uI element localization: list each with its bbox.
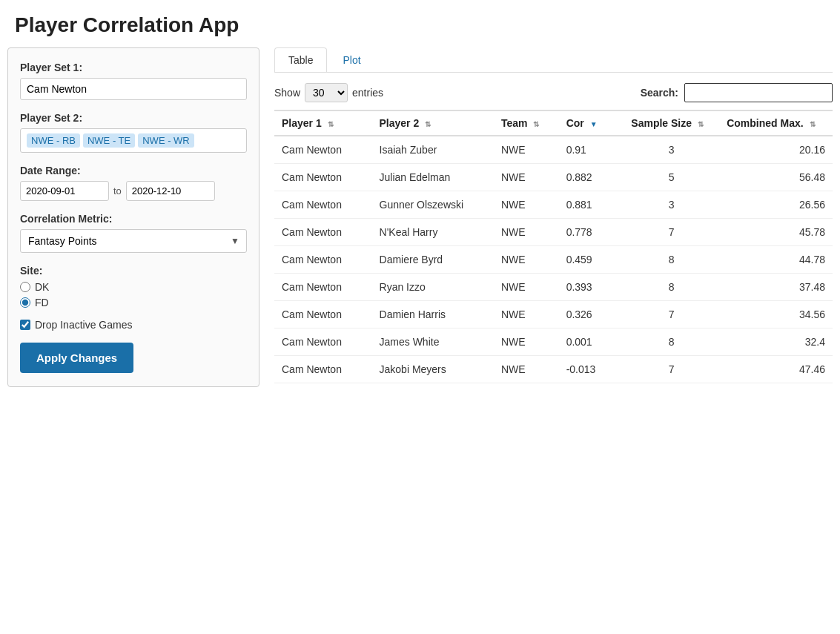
player-set1-input[interactable] — [20, 78, 247, 100]
cell-samplesize: 3 — [624, 191, 719, 219]
drop-inactive-label: Drop Inactive Games — [35, 319, 133, 331]
cell-player1: Cam Newton — [274, 356, 372, 383]
cell-cor: -0.013 — [559, 356, 624, 383]
sort-icon-player2: ⇅ — [425, 120, 431, 128]
site-fd-label: FD — [35, 297, 49, 308]
table-row: Cam Newton Isaiah Zuber NWE 0.91 3 20.16 — [274, 136, 833, 164]
cell-cor: 0.459 — [559, 246, 624, 274]
cell-samplesize: 5 — [624, 164, 719, 191]
date-range-row: to — [20, 181, 247, 201]
table-row: Cam Newton Damiere Byrd NWE 0.459 8 44.7… — [274, 246, 833, 274]
cell-combined: 45.78 — [719, 219, 833, 246]
cell-player1: Cam Newton — [274, 164, 372, 191]
sort-icon-cor: ▼ — [590, 120, 598, 128]
table-row: Cam Newton Jakobi Meyers NWE -0.013 7 47… — [274, 356, 833, 383]
table-header-row: Player 1 ⇅ Player 2 ⇅ Team ⇅ Cor ▼ Sampl… — [274, 110, 833, 136]
cell-combined: 44.78 — [719, 246, 833, 274]
tag-nwe-wr[interactable]: NWE - WR — [138, 133, 194, 148]
date-separator: to — [113, 185, 122, 197]
cell-player1: Cam Newton — [274, 274, 372, 301]
search-input[interactable] — [684, 83, 833, 102]
cell-samplesize: 7 — [624, 219, 719, 246]
cell-combined: 34.56 — [719, 301, 833, 328]
site-dk-label: DK — [35, 281, 49, 293]
tabs-bar: Table Plot — [274, 47, 833, 73]
cell-player2: Isaiah Zuber — [372, 136, 494, 164]
col-header-combined[interactable]: Combined Max. ⇅ — [719, 110, 833, 136]
cell-samplesize: 3 — [624, 136, 719, 164]
cell-player2: N'Keal Harry — [372, 219, 494, 246]
cell-samplesize: 7 — [624, 301, 719, 328]
player-set2-label: Player Set 2: — [20, 112, 247, 124]
table-row: Cam Newton Julian Edelman NWE 0.882 5 56… — [274, 164, 833, 191]
cell-cor: 0.882 — [559, 164, 624, 191]
cell-team: NWE — [494, 136, 559, 164]
table-row: Cam Newton Gunner Olszewski NWE 0.881 3 … — [274, 191, 833, 219]
col-header-player1[interactable]: Player 1 ⇅ — [274, 110, 372, 136]
correlation-metric-label: Correlation Metric: — [20, 213, 247, 225]
table-row: Cam Newton James White NWE 0.001 8 32.4 — [274, 328, 833, 356]
col-header-samplesize[interactable]: Sample Size ⇅ — [624, 110, 719, 136]
entries-select[interactable]: 10 25 30 50 100 — [305, 83, 348, 102]
correlation-metric-select[interactable]: Fantasy Points DK Points FD Points — [20, 229, 247, 253]
cell-player2: James White — [372, 328, 494, 356]
cell-combined: 37.48 — [719, 274, 833, 301]
left-panel: Player Set 1: Player Set 2: NWE - RB NWE… — [7, 47, 259, 387]
sort-icon-samplesize: ⇅ — [698, 120, 704, 128]
cell-cor: 0.001 — [559, 328, 624, 356]
col-header-cor[interactable]: Cor ▼ — [559, 110, 624, 136]
cell-team: NWE — [494, 328, 559, 356]
col-header-team[interactable]: Team ⇅ — [494, 110, 559, 136]
date-range-label: Date Range: — [20, 165, 247, 176]
sort-icon-team: ⇅ — [533, 120, 539, 128]
right-panel: Table Plot Show 10 25 30 50 100 entries … — [274, 47, 833, 387]
site-fd-row: FD — [20, 297, 247, 308]
cell-combined: 32.4 — [719, 328, 833, 356]
cell-player2: Damiere Byrd — [372, 246, 494, 274]
sort-icon-combined: ⇅ — [810, 120, 816, 128]
cell-cor: 0.326 — [559, 301, 624, 328]
player-set2-tags: NWE - RB NWE - TE NWE - WR — [20, 128, 247, 153]
cell-combined: 26.56 — [719, 191, 833, 219]
search-row: Search: — [641, 83, 833, 102]
cell-samplesize: 8 — [624, 274, 719, 301]
table-row: Cam Newton Ryan Izzo NWE 0.393 8 37.48 — [274, 274, 833, 301]
cell-player1: Cam Newton — [274, 328, 372, 356]
cell-player1: Cam Newton — [274, 301, 372, 328]
site-fd-radio[interactable] — [20, 297, 30, 308]
tag-nwe-rb[interactable]: NWE - RB — [27, 133, 80, 148]
date-to-input[interactable] — [126, 181, 215, 201]
sort-icon-player1: ⇅ — [328, 120, 334, 128]
site-dk-radio[interactable] — [20, 282, 30, 292]
cell-cor: 0.881 — [559, 191, 624, 219]
cell-samplesize: 8 — [624, 328, 719, 356]
cell-player1: Cam Newton — [274, 136, 372, 164]
page-title: Player Correlation App — [0, 0, 840, 47]
search-label: Search: — [641, 87, 678, 99]
cell-player2: Gunner Olszewski — [372, 191, 494, 219]
apply-changes-button[interactable]: Apply Changes — [20, 343, 133, 373]
cell-team: NWE — [494, 219, 559, 246]
cell-cor: 0.91 — [559, 136, 624, 164]
cell-team: NWE — [494, 356, 559, 383]
date-from-input[interactable] — [20, 181, 109, 201]
cell-samplesize: 7 — [624, 356, 719, 383]
drop-inactive-row: Drop Inactive Games — [20, 319, 247, 331]
cell-cor: 0.393 — [559, 274, 624, 301]
tab-plot[interactable]: Plot — [328, 47, 374, 72]
tag-nwe-te[interactable]: NWE - TE — [83, 133, 135, 148]
cell-combined: 20.16 — [719, 136, 833, 164]
cell-player2: Damien Harris — [372, 301, 494, 328]
drop-inactive-checkbox[interactable] — [20, 320, 30, 330]
table-controls: Show 10 25 30 50 100 entries Search: — [274, 83, 833, 102]
cell-player2: Ryan Izzo — [372, 274, 494, 301]
cell-player1: Cam Newton — [274, 246, 372, 274]
site-label: Site: — [20, 265, 247, 277]
player-set1-label: Player Set 1: — [20, 62, 247, 73]
tab-table[interactable]: Table — [274, 47, 327, 72]
col-header-player2[interactable]: Player 2 ⇅ — [372, 110, 494, 136]
cell-team: NWE — [494, 301, 559, 328]
cell-cor: 0.778 — [559, 219, 624, 246]
cell-team: NWE — [494, 191, 559, 219]
cell-combined: 56.48 — [719, 164, 833, 191]
